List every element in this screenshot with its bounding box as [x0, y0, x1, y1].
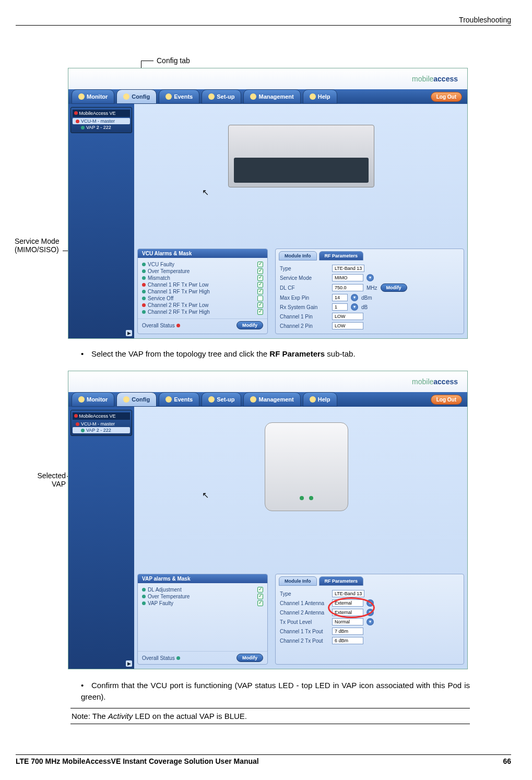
param-row-ch1pin: Channel 1 PinLOW [280, 312, 459, 321]
alarm-row: Service Off [142, 295, 263, 302]
ch1-antenna-select[interactable]: External [332, 599, 363, 607]
modify-button[interactable]: Modify [237, 321, 263, 329]
alarm-row: Over Temperature [142, 593, 263, 600]
tree-item-vap[interactable]: VAP 2 - 222 [73, 427, 130, 433]
alarm-row: Over Temperature [142, 268, 263, 275]
logout-button[interactable]: Log Out [431, 92, 462, 102]
panel-rf: Module Info RF Parameters TypeLTE-Band 1… [275, 249, 464, 334]
callout-text: (MIMO/SISO) [15, 245, 59, 254]
ch2-antenna-select[interactable]: External [332, 609, 363, 616]
mask-checkbox[interactable] [257, 309, 263, 315]
alarm-row: Channel 1 RF Tx Pwr Low [142, 281, 263, 288]
tree-root[interactable]: MobileAccess VE [73, 412, 130, 420]
dropdown-icon[interactable]: ▾ [367, 618, 374, 625]
alarm-row: Channel 2 RF Tx Pwr High [142, 309, 263, 315]
alarm-row: Channel 2 RF Tx Pwr Low [142, 302, 263, 309]
status-dot-icon [142, 588, 146, 592]
app-screenshot-vap: mobileaccess Monitor Config Events Set-u… [68, 371, 468, 669]
alarm-label: Channel 1 RF Tx Pwr Low [148, 282, 209, 288]
alarm-label: Channel 2 RF Tx Pwr High [148, 309, 210, 315]
tab-setup[interactable]: Set-up [202, 89, 241, 104]
callout-service-mode: Service Mode (MIMO/SISO) [15, 237, 60, 254]
tree-item-vcu[interactable]: VCU-M - master [73, 118, 130, 124]
mask-checkbox[interactable] [257, 594, 263, 599]
callout-text: Service Mode [15, 237, 60, 245]
modify-button[interactable]: Modify [381, 283, 407, 292]
status-dot-icon [81, 429, 85, 432]
status-dot-icon [142, 276, 146, 280]
param-row-service-mode: Service ModeMIMO▾ [280, 273, 459, 282]
scroll-right-icon[interactable]: ▶ [126, 660, 132, 667]
cursor-icon: ↖ [202, 490, 209, 500]
main-pane: ↖ VAP alarms & Mask DL AdjustmentOver Te… [134, 407, 467, 669]
subtab-module-info[interactable]: Module Info [279, 251, 317, 261]
status-dot-icon [142, 283, 146, 287]
nav-bar: Monitor Config Events Set-up Management … [68, 392, 467, 407]
tab-events[interactable]: Events [159, 392, 199, 407]
dropdown-icon[interactable]: ▾ [367, 609, 374, 616]
mask-checkbox[interactable] [257, 302, 263, 308]
param-value: LOW [332, 313, 363, 320]
param-row-ch1txpout: Channel 1 Tx Pout7 dBm [280, 627, 459, 636]
topology-tree[interactable]: MobileAccess VE VCU-M - master VAP 2 - 2… [70, 107, 132, 133]
tab-management[interactable]: Management [243, 89, 300, 104]
dlcf-input[interactable]: 750.0 [332, 284, 363, 291]
setup-icon [208, 93, 215, 100]
status-dot-icon [176, 324, 180, 327]
alarm-row: Mismatch [142, 275, 263, 281]
mask-checkbox[interactable] [257, 296, 263, 301]
mask-checkbox[interactable] [257, 282, 263, 288]
dropdown-icon[interactable]: ▾ [367, 274, 374, 281]
brand-logo: mobileaccess [412, 75, 458, 83]
monitor-icon [78, 93, 85, 100]
txpout-select[interactable]: Normal [332, 618, 363, 625]
tree-item-vcu[interactable]: VCU-M - master [73, 421, 130, 427]
modify-button[interactable]: Modify [237, 654, 263, 662]
mask-checkbox[interactable] [257, 587, 263, 593]
sidebar: MobileAccess VE VCU-M - master VAP 2 - 2… [68, 104, 134, 338]
tree-item-vap[interactable]: VAP 2 - 222 [73, 124, 130, 131]
mask-checkbox[interactable] [257, 289, 263, 294]
subtab-rf-parameters[interactable]: RF Parameters [319, 576, 364, 586]
tab-help[interactable]: Help [303, 89, 337, 104]
tree-root[interactable]: MobileAccess VE [73, 110, 130, 117]
panel-title: VAP alarms & Mask [138, 574, 267, 583]
tab-events[interactable]: Events [159, 89, 199, 104]
alarm-label: DL Adjustment [148, 587, 182, 593]
dropdown-icon[interactable]: ▾ [351, 303, 358, 311]
mask-checkbox[interactable] [257, 262, 263, 267]
alarm-row: VCU Faulty [142, 261, 263, 268]
unit-label: MHz [367, 285, 377, 291]
maxpin-input[interactable]: 14 [332, 294, 348, 301]
tab-help[interactable]: Help [303, 392, 337, 407]
dropdown-icon[interactable]: ▾ [351, 294, 358, 301]
topology-tree[interactable]: MobileAccess VE VCU-M - master VAP 2 - 2… [70, 410, 132, 436]
mask-checkbox[interactable] [257, 268, 263, 274]
scroll-right-icon[interactable]: ▶ [126, 330, 132, 336]
subtab-rf-parameters[interactable]: RF Parameters [319, 251, 364, 261]
vap-led-indicators [300, 496, 313, 500]
tab-management[interactable]: Management [243, 392, 300, 407]
param-value: 7 dBm [332, 628, 363, 635]
config-icon [123, 93, 129, 100]
param-row-type: TypeLTE-Band 13 [280, 589, 459, 598]
tab-monitor[interactable]: Monitor [72, 392, 114, 407]
tab-config[interactable]: Config [116, 89, 157, 104]
alarm-label: Mismatch [148, 275, 170, 281]
config-icon [123, 396, 129, 403]
callout-text: VAP [52, 480, 66, 488]
param-row-maxpin: Max Exp Pin14▾dBm [280, 293, 459, 302]
mask-checkbox[interactable] [257, 600, 263, 606]
subtab-module-info[interactable]: Module Info [279, 576, 317, 586]
dropdown-icon[interactable]: ▾ [367, 599, 374, 607]
device-image-vcu [228, 125, 374, 187]
rxgain-input[interactable]: 1 [332, 303, 348, 311]
logout-button[interactable]: Log Out [431, 395, 462, 405]
mask-checkbox[interactable] [257, 275, 263, 281]
tab-setup[interactable]: Set-up [202, 392, 241, 407]
tab-monitor[interactable]: Monitor [72, 89, 114, 104]
service-mode-select[interactable]: MIMO [332, 274, 363, 281]
status-dot-icon [142, 297, 146, 300]
tab-config[interactable]: Config [116, 392, 157, 407]
brand-bar: mobileaccess [68, 371, 467, 392]
